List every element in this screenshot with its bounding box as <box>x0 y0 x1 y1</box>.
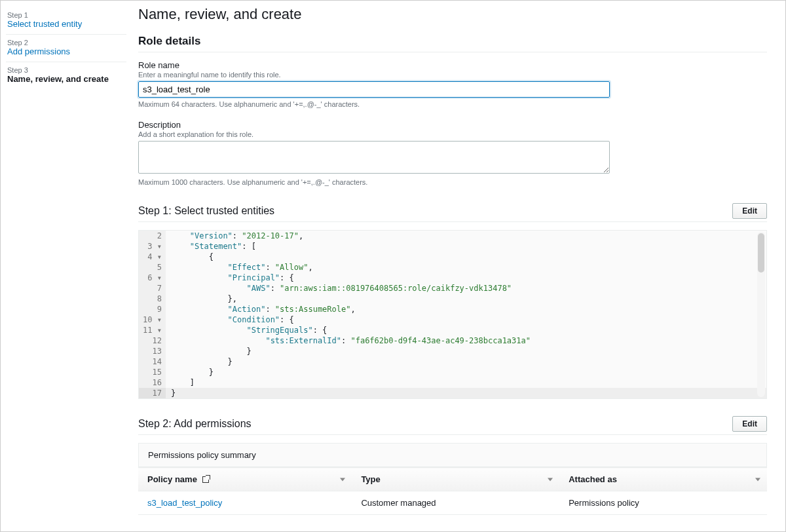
code-line[interactable]: { <box>166 252 766 262</box>
policy-type: Customer managed <box>352 491 559 515</box>
line-number: 17 <box>139 388 166 398</box>
description-help: Maximum 1000 characters. Use alphanumeri… <box>138 178 767 186</box>
col-policy-name[interactable]: Policy name <box>138 468 352 491</box>
line-number: 12 <box>139 335 166 346</box>
code-line[interactable]: "Principal": { <box>166 273 766 283</box>
code-line[interactable]: } <box>166 367 766 377</box>
step-number: Step 3 <box>7 66 125 74</box>
code-line[interactable]: }, <box>166 294 766 304</box>
line-number: 2 <box>139 231 166 241</box>
col-attached-as[interactable]: Attached as <box>559 468 767 491</box>
role-name-label: Role name <box>138 60 767 70</box>
page-title: Name, review, and create <box>138 6 767 23</box>
code-line[interactable]: "Condition": { <box>166 314 766 325</box>
sidebar-step-add-permissions[interactable]: Add permissions <box>7 47 125 56</box>
sort-icon[interactable] <box>548 478 553 481</box>
trust-policy-code-viewer[interactable]: 2 "Version": "2012-10-17",3 ▾ "Statement… <box>138 230 767 399</box>
description-input[interactable] <box>138 141 610 174</box>
code-line[interactable]: } <box>166 388 766 398</box>
role-name-sublabel: Enter a meaningful name to identify this… <box>138 71 767 79</box>
role-details-heading: Role details <box>138 35 767 52</box>
table-row: s3_load_test_policyCustomer managedPermi… <box>138 491 767 515</box>
code-scroll-thumb[interactable] <box>758 233 764 273</box>
main-content: Name, review, and create Role details Ro… <box>132 1 785 531</box>
line-number: 10 ▾ <box>139 314 166 325</box>
sort-icon[interactable] <box>755 478 760 481</box>
code-scrollbar[interactable] <box>757 232 765 397</box>
code-line[interactable]: "Statement": [ <box>166 241 766 252</box>
line-number: 16 <box>139 377 166 388</box>
step1-edit-button[interactable]: Edit <box>732 203 767 219</box>
line-number: 11 ▾ <box>139 325 166 335</box>
policy-name-link[interactable]: s3_load_test_policy <box>147 498 222 508</box>
code-line[interactable]: "sts:ExternalId": "fa6f62b0-d9f4-43ae-ac… <box>166 335 766 346</box>
permissions-table: Policy name Type Attached as s3_load_tes… <box>138 467 767 515</box>
line-number: 14 <box>139 356 166 367</box>
step-number: Step 1 <box>7 11 125 19</box>
col-type[interactable]: Type <box>352 468 559 491</box>
line-number: 9 <box>139 304 166 314</box>
line-number: 4 ▾ <box>139 252 166 262</box>
step1-title: Step 1: Select trusted entities <box>138 205 274 217</box>
line-number: 15 <box>139 367 166 377</box>
line-number: 3 ▾ <box>139 241 166 252</box>
code-line[interactable]: "AWS": "arn:aws:iam::081976408565:role/c… <box>166 283 766 294</box>
step-number: Step 2 <box>7 39 125 47</box>
role-name-field: Role name Enter a meaningful name to ide… <box>138 60 767 108</box>
role-name-input[interactable] <box>138 81 610 98</box>
description-label: Description <box>138 120 767 130</box>
sidebar-step-name-review-create: Name, review, and create <box>7 74 125 84</box>
step2-title: Step 2: Add permissions <box>138 418 252 430</box>
description-field: Description Add a short explanation for … <box>138 120 767 186</box>
line-number: 5 <box>139 262 166 273</box>
description-sublabel: Add a short explanation for this role. <box>138 130 767 138</box>
sidebar-step-select-trusted-entity[interactable]: Select trusted entity <box>7 19 125 29</box>
role-name-help: Maximum 64 characters. Use alphanumeric … <box>138 100 767 108</box>
code-line[interactable]: "Action": "sts:AssumeRole", <box>166 304 766 314</box>
policy-attached-as: Permissions policy <box>559 491 767 515</box>
col-type-label: Type <box>361 474 380 484</box>
code-line[interactable]: "Effect": "Allow", <box>166 262 766 273</box>
code-line[interactable]: ] <box>166 377 766 388</box>
line-number: 8 <box>139 294 166 304</box>
code-line[interactable]: } <box>166 346 766 356</box>
code-line[interactable]: } <box>166 356 766 367</box>
code-line[interactable]: "Version": "2012-10-17", <box>166 231 766 241</box>
permissions-summary-label: Permissions policy summary <box>138 443 767 467</box>
sort-icon[interactable] <box>340 478 345 481</box>
line-number: 6 ▾ <box>139 273 166 283</box>
step2-edit-button[interactable]: Edit <box>732 416 767 432</box>
col-attached-label: Attached as <box>569 474 617 484</box>
line-number: 7 <box>139 283 166 294</box>
line-number: 13 <box>139 346 166 356</box>
wizard-sidebar: Step 1 Select trusted entity Step 2 Add … <box>1 1 132 531</box>
col-policy-name-label: Policy name <box>147 474 197 484</box>
code-line[interactable]: "StringEquals": { <box>166 325 766 335</box>
external-link-icon <box>202 476 209 483</box>
